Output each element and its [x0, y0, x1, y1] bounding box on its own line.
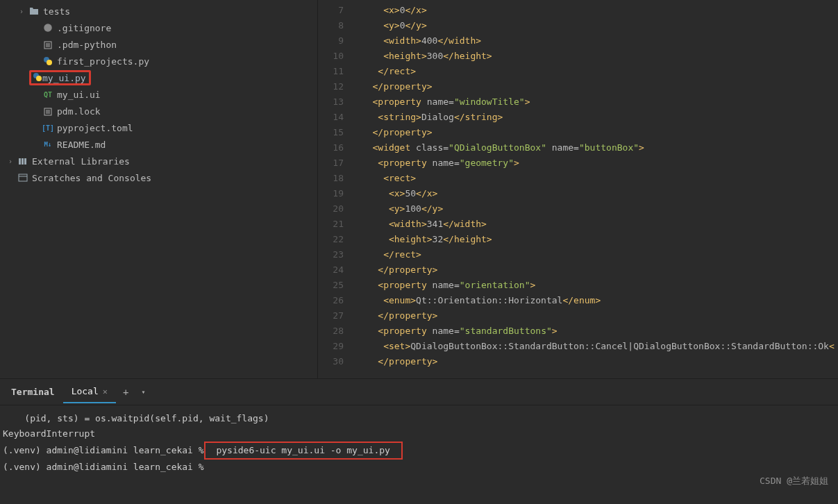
code-line[interactable]: <property name="orientation"> [356, 278, 838, 293]
terminal-panel[interactable]: Terminal Local ✕ + ▾ (pid, sts) = os.wai… [0, 378, 838, 503]
code-line[interactable]: <set>QDialogButtonBox::StandardButton::C… [356, 339, 838, 354]
code-line[interactable]: <y>100</y> [356, 201, 838, 217]
terminal-output[interactable]: (pid, sts) = os.waitpid(self.pid, wait_f… [0, 405, 838, 480]
file-tree-label: my_ui.py [42, 73, 86, 83]
line-number: 18 [318, 171, 344, 186]
code-line[interactable]: <property name="standardButtons"> [356, 324, 838, 339]
markdown-icon: M↓ [42, 141, 54, 148]
file-tree-item[interactable]: .gitignore [0, 19, 317, 36]
watermark: CSDN @兰若姐姐 [760, 475, 828, 487]
code-line[interactable]: </rect> [356, 247, 838, 262]
svg-point-9 [36, 76, 42, 81]
toml-icon: [T] [42, 124, 54, 132]
code-line[interactable]: <x>50</x> [356, 186, 838, 201]
line-number: 15 [318, 125, 344, 140]
line-number: 20 [318, 201, 344, 217]
terminal-line: (.venv) admin@lidiamini learn_cekai % [3, 460, 835, 475]
line-number: 30 [318, 354, 344, 369]
python-icon [42, 56, 54, 66]
file-tree-label: .pdm-python [57, 40, 117, 50]
file-tree-item[interactable]: pdm.lock [0, 103, 317, 119]
lock-icon [42, 40, 54, 49]
folder-icon [28, 7, 40, 15]
code-line[interactable]: </property> [356, 79, 838, 94]
close-icon[interactable]: ✕ [103, 387, 108, 396]
code-line[interactable]: <string>Dialog</string> [356, 110, 838, 125]
svg-rect-17 [19, 174, 27, 181]
line-number: 25 [318, 278, 344, 293]
code-line[interactable]: </property> [356, 262, 838, 278]
terminal-line: (pid, sts) = os.waitpid(self.pid, wait_f… [3, 411, 835, 426]
line-number: 23 [318, 247, 344, 262]
terminal-tab-label: Local [72, 386, 99, 396]
terminal-line: KeyboardInterrupt [3, 426, 835, 442]
terminal-line: (.venv) admin@lidiamini learn_cekai % py… [3, 442, 835, 460]
ui-icon: QT [42, 91, 54, 99]
line-gutter: 7891011121314151617181920212223242526272… [318, 0, 356, 378]
code-line[interactable]: <property name="geometry"> [356, 156, 838, 171]
file-tree-label: .gitignore [57, 23, 111, 33]
code-line[interactable]: <y>0</y> [356, 18, 838, 33]
code-editor[interactable]: 7891011121314151617181920212223242526272… [318, 0, 838, 378]
terminal-command-highlight: pyside6-uic my_ui.ui -o my_ui.py [204, 442, 403, 460]
file-tree-item[interactable]: ›External Libraries [0, 153, 317, 169]
file-tree-item[interactable]: QTmy_ui.ui [0, 86, 317, 103]
file-tree-label: Scratches and Consoles [32, 173, 151, 183]
line-number: 12 [318, 79, 344, 94]
code-area[interactable]: <x>0</x> <y>0</y> <width>400</width> <he… [356, 0, 838, 378]
chevron-down-icon[interactable]: ▾ [135, 384, 151, 400]
line-number: 28 [318, 324, 344, 339]
code-line[interactable]: <width>400</width> [356, 33, 838, 49]
file-tree-item[interactable]: ›tests [0, 3, 317, 19]
lib-icon [17, 157, 29, 165]
line-number: 24 [318, 262, 344, 278]
python-icon [33, 72, 42, 84]
code-line[interactable]: <height>300</height> [356, 49, 838, 64]
code-line[interactable]: </property> [356, 125, 838, 140]
line-number: 13 [318, 94, 344, 110]
code-line[interactable]: </property> [356, 308, 838, 324]
file-tree-item[interactable]: first_projects.py [0, 53, 317, 69]
gitignore-icon [42, 23, 54, 33]
file-tree-label: my_ui.ui [57, 90, 101, 100]
file-tree-label: External Libraries [32, 156, 130, 167]
file-explorer[interactable]: ›tests.gitignore.pdm-pythonfirst_project… [0, 0, 318, 378]
scratch-icon [17, 174, 29, 182]
line-number: 9 [318, 33, 344, 49]
line-number: 21 [318, 217, 344, 232]
line-number: 29 [318, 339, 344, 354]
code-line[interactable]: <width>341</width> [356, 217, 838, 232]
code-line[interactable]: </rect> [356, 64, 838, 79]
file-tree-item[interactable]: .pdm-python [0, 36, 317, 53]
chevron-right-icon[interactable]: › [8, 158, 17, 165]
terminal-title: Terminal [3, 381, 63, 403]
lock-icon [42, 106, 54, 116]
line-number: 8 [318, 18, 344, 33]
line-number: 16 [318, 140, 344, 156]
code-line[interactable]: <height>32</height> [356, 232, 838, 247]
svg-point-7 [47, 60, 52, 65]
file-tree-item-highlighted[interactable]: my_ui.py [29, 70, 91, 85]
line-number: 26 [318, 293, 344, 308]
chevron-right-icon[interactable]: › [19, 8, 28, 15]
file-tree-item[interactable]: [T]pyproject.toml [0, 119, 317, 136]
line-number: 14 [318, 110, 344, 125]
code-line[interactable]: <widget class="QDialogButtonBox" name="b… [356, 140, 838, 156]
code-line[interactable]: </property> [356, 354, 838, 369]
file-tree-item[interactable]: Scratches and Consoles [0, 169, 317, 186]
terminal-tab-bar: Terminal Local ✕ + ▾ [0, 379, 838, 405]
file-tree-label: README.md [57, 140, 106, 150]
terminal-tab-local[interactable]: Local ✕ [63, 380, 116, 403]
terminal-add-button[interactable]: + [116, 383, 135, 402]
line-number: 17 [318, 156, 344, 171]
file-tree-label: first_projects.py [57, 56, 149, 67]
line-number: 22 [318, 232, 344, 247]
code-line[interactable]: <rect> [356, 171, 838, 186]
code-line[interactable]: <x>0</x> [356, 3, 838, 18]
file-tree-item[interactable]: M↓README.md [0, 136, 317, 153]
svg-rect-14 [19, 158, 21, 165]
code-line[interactable]: <property name="windowTitle"> [356, 94, 838, 110]
line-number: 27 [318, 308, 344, 324]
svg-rect-15 [22, 158, 24, 165]
code-line[interactable]: <enum>Qt::Orientation::Horizontal</enum> [356, 293, 838, 308]
